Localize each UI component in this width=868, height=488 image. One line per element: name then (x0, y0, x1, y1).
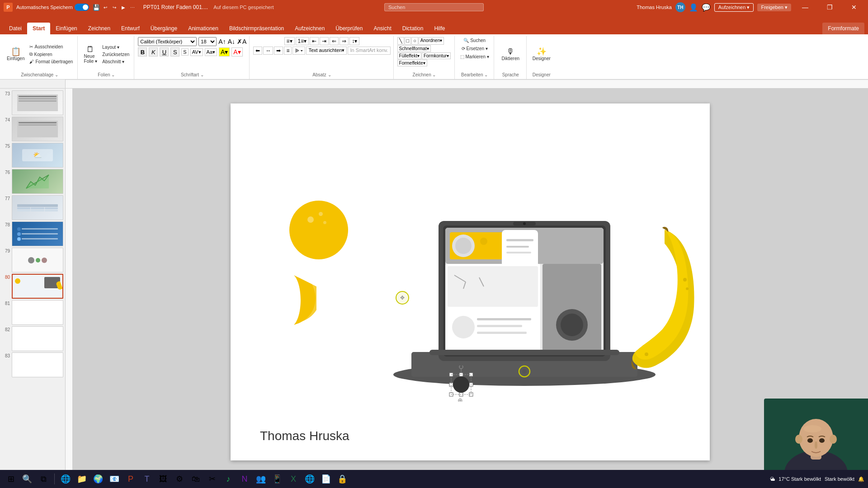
slide-thumb-81[interactable]: 81 (2, 300, 63, 325)
increase-font-button[interactable]: A↑ (218, 38, 226, 45)
vpn-icon[interactable]: 🔒 (335, 472, 349, 486)
tab-dictation[interactable]: Dictation (397, 23, 429, 34)
strikethrough-button[interactable]: S (170, 47, 179, 56)
dictate-button[interactable]: 🎙 Diktieren (500, 46, 522, 62)
snip-icon[interactable]: ✂ (205, 472, 219, 486)
new-slide-button[interactable]: 🗒 NeueFolie ▾ (81, 44, 99, 65)
spotify-icon[interactable]: ♪ (221, 472, 236, 486)
ltr-button[interactable]: ⇒ (340, 37, 349, 45)
task-view-button[interactable]: ⧉ (36, 472, 51, 486)
font-size-select[interactable]: 18 (198, 37, 217, 46)
tab-formformate[interactable]: Formformate (822, 23, 864, 34)
section-button[interactable]: Abschnitt ▾ (100, 58, 131, 65)
share-icon[interactable]: 👤 (689, 3, 698, 12)
slide-image-80[interactable] (12, 274, 63, 299)
powerpoint-icon[interactable]: P (123, 472, 138, 486)
slide-image-73[interactable] (12, 90, 63, 115)
layout-button[interactable]: Layout ▾ (100, 44, 131, 51)
cut-button[interactable]: ✂ Ausschneiden (28, 43, 75, 50)
slide-image-83[interactable] (12, 352, 63, 377)
italic-button[interactable]: K (149, 47, 158, 56)
tab-start[interactable]: Start (27, 23, 50, 34)
align-left-button[interactable]: ⬅ (253, 47, 262, 55)
comments-icon[interactable]: 💬 (702, 3, 711, 12)
edge-icon[interactable]: 🌐 (58, 472, 73, 486)
slide-image-76[interactable] (12, 169, 63, 194)
windows-button[interactable]: ⊞ (4, 472, 18, 486)
fill-button[interactable]: Fülleffekt▾ (397, 52, 421, 59)
user-avatar[interactable]: TH (675, 2, 685, 12)
find-button[interactable]: 🔍 Suchen (462, 37, 487, 44)
quick-styles-button[interactable]: Schnellformat▾ (397, 45, 431, 52)
more-button[interactable]: ⋯ (129, 4, 136, 11)
font-case-button[interactable]: Aa▾ (205, 48, 217, 56)
tab-ansicht[interactable]: Ansicht (368, 23, 396, 34)
font-family-select[interactable]: Calibri (Textkörper) (138, 37, 197, 46)
align-right-button[interactable]: ➡ (274, 47, 283, 55)
tab-uebergaenge[interactable]: Übergänge (145, 23, 183, 34)
slide-thumb-78[interactable]: 78 (2, 221, 63, 246)
smartart-button[interactable]: In SmartArt konv. (348, 47, 390, 55)
replace-button[interactable]: ⟳ Ersetzen ▾ (460, 45, 490, 52)
chrome2-icon[interactable]: 🌐 (302, 472, 317, 486)
slide-thumb-77[interactable]: 77 (2, 195, 63, 220)
tab-bildschirm[interactable]: Bildschirmpräsentation (224, 23, 289, 34)
tab-animationen[interactable]: Animationen (183, 23, 224, 34)
align-center-button[interactable]: ↔ (263, 47, 273, 55)
reset-button[interactable]: Zurücksetzen (100, 51, 131, 58)
banana-illustration[interactable] (610, 225, 701, 379)
teams-icon[interactable]: T (140, 472, 154, 486)
settings-icon[interactable]: ⚙ (172, 472, 187, 486)
decrease-font-button[interactable]: A↓ (228, 38, 235, 45)
teams2-icon[interactable]: 👥 (254, 472, 268, 486)
record-button[interactable]: Aufzeichnen ▾ (714, 3, 754, 12)
excel-icon[interactable]: X (286, 472, 301, 486)
slide-image-82[interactable] (12, 326, 63, 351)
slide-thumb-79[interactable]: 79 (2, 248, 63, 272)
present-button[interactable]: ▶ (120, 4, 127, 11)
rtl-button[interactable]: ⇐ (330, 37, 339, 45)
text-direction-button[interactable]: ↕▾ (349, 37, 359, 45)
tab-entwurf[interactable]: Entwurf (116, 23, 145, 34)
chrome-icon[interactable]: 🌍 (91, 472, 105, 486)
numbered-list-button[interactable]: 1≡▾ (296, 37, 309, 45)
rect-tool[interactable]: □ (405, 37, 411, 45)
slide-image-74[interactable] (12, 117, 63, 141)
pdf-icon[interactable]: 📄 (319, 472, 333, 486)
outline-button[interactable]: Formkontur▾ (422, 52, 451, 59)
slide-thumb-75[interactable]: 75 ⛅ (2, 143, 63, 168)
slide-thumb-83[interactable]: 83 (2, 352, 63, 377)
minimize-button[interactable]: — (795, 0, 816, 14)
tab-einfuegen[interactable]: Einfügen (50, 23, 82, 34)
designer-button[interactable]: ✨ Designer (530, 46, 553, 62)
line-tool[interactable]: ╲ (397, 37, 404, 45)
select-button[interactable]: ⬚ Markieren ▾ (458, 53, 491, 60)
shadow-button[interactable]: S (181, 48, 188, 56)
effects-button[interactable]: Formeffekte▾ (397, 60, 427, 66)
arrange-button[interactable]: Anordnen▾ (419, 37, 444, 45)
char-spacing-button[interactable]: AV▾ (190, 48, 203, 56)
tab-aufzeichnen[interactable]: Aufzeichnen (289, 23, 330, 34)
slide-thumb-74[interactable]: 74 (2, 117, 63, 141)
format-copy-button[interactable]: 🖌 Format übertragen (28, 58, 75, 65)
redo-button[interactable]: ↪ (111, 4, 118, 11)
sun-shape[interactable] (289, 201, 348, 259)
share-button[interactable]: Freigeben ▾ (757, 4, 791, 11)
font-color-button[interactable]: A▾ (231, 47, 242, 56)
onenote-icon[interactable]: N (237, 472, 252, 486)
tab-datei[interactable]: Datei (4, 23, 27, 34)
slide-image-78[interactable] (12, 221, 63, 246)
photos-icon[interactable]: 🖼 (156, 472, 170, 486)
save-button[interactable]: 💾 (93, 4, 100, 11)
search-taskbar-button[interactable]: 🔍 (20, 472, 34, 486)
search-input[interactable] (384, 3, 484, 11)
bullet-list-button[interactable]: ≡▾ (284, 37, 295, 45)
canvas-area[interactable]: ⊕ ✥ Thomas Hruska (72, 89, 868, 475)
slide-thumb-82[interactable]: 82 (2, 326, 63, 351)
copy-button[interactable]: ⧉ Kopieren (28, 51, 75, 58)
slide-image-81[interactable] (12, 300, 63, 325)
phone-icon[interactable]: 📱 (270, 472, 284, 486)
auto-save-toggle-switch[interactable] (75, 4, 89, 11)
slide-image-75[interactable]: ⛅ (12, 143, 63, 168)
highlight-color-button[interactable]: A▾ (219, 47, 230, 56)
